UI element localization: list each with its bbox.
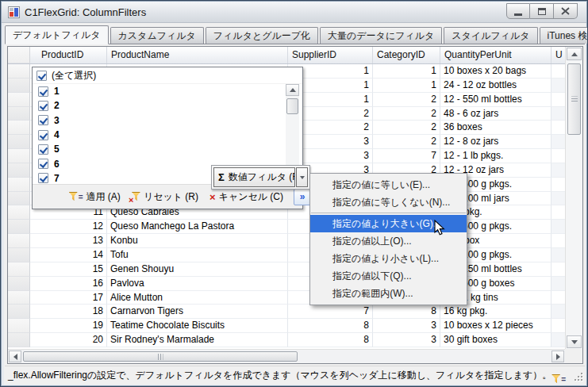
column-header-categoryid[interactable]: CategoryID — [373, 47, 440, 63]
cell-product-name[interactable]: Pavlova — [107, 277, 288, 291]
header-corner-cell[interactable] — [8, 47, 30, 63]
row-header-cell[interactable] — [8, 262, 30, 277]
vertical-scroll-thumb[interactable] — [567, 63, 581, 135]
column-header-productid[interactable]: ProductID — [30, 47, 107, 63]
filter-value-item[interactable]: 1 — [33, 84, 302, 98]
row-header-cell[interactable] — [8, 79, 30, 93]
tab-1[interactable]: カスタムフィルタ — [110, 27, 204, 44]
checkbox-checked-icon[interactable] — [38, 144, 48, 155]
cell-unitprice-clipped[interactable] — [551, 178, 565, 192]
reset-filter-button[interactable]: × リセット (R) — [132, 190, 198, 204]
cell-product-name[interactable]: Teatime Chocolate Biscuits — [107, 319, 288, 333]
cell-product-name[interactable]: Alice Mutton — [107, 291, 288, 305]
cell-quantity-per-unit[interactable]: 10 boxes x 12 pieces — [440, 319, 551, 333]
cell-supplier-id[interactable]: 8 — [288, 319, 373, 333]
cell-unitprice-clipped[interactable] — [551, 248, 565, 262]
cell-product-id[interactable]: 17 — [30, 291, 107, 305]
cell-category-id[interactable]: 3 — [373, 319, 440, 333]
checkbox-checked-icon[interactable] — [38, 115, 48, 125]
tab-5[interactable]: iTunes 検索 — [540, 27, 588, 44]
menu-item-7[interactable]: 指定の範囲内(W)... — [310, 285, 467, 302]
cell-product-id[interactable]: 20 — [30, 333, 107, 347]
cell-unitprice-clipped[interactable] — [551, 220, 565, 234]
cell-product-id[interactable]: 16 — [30, 277, 107, 291]
scroll-down-button[interactable] — [567, 335, 582, 348]
checkbox-checked-icon[interactable] — [38, 159, 48, 169]
cell-category-id[interactable]: 1 — [373, 64, 440, 79]
row-header-cell[interactable] — [8, 107, 30, 121]
column-header-quantityperunit[interactable]: QuantityPerUnit — [440, 47, 551, 63]
row-header-cell[interactable] — [8, 149, 30, 163]
menu-item-0[interactable]: 指定の値に等しい(E)... — [310, 176, 467, 194]
filter-value-item[interactable]: 5 — [33, 142, 302, 156]
tab-2[interactable]: フィルタとグループ化 — [206, 27, 318, 44]
close-button[interactable] — [554, 3, 578, 19]
cell-unitprice-clipped[interactable] — [551, 277, 565, 291]
column-header-unitprice-clipped[interactable]: U — [551, 47, 565, 63]
cell-product-name[interactable]: Konbu — [107, 234, 288, 248]
cell-unitprice-clipped[interactable] — [551, 93, 565, 107]
scroll-up-button[interactable] — [567, 48, 582, 60]
cell-unitprice-clipped[interactable] — [551, 135, 565, 149]
row-header-cell[interactable] — [8, 93, 30, 107]
cell-category-id[interactable]: 2 — [373, 135, 440, 149]
cell-unitprice-clipped[interactable] — [551, 64, 565, 79]
filter-value-item[interactable]: 3 — [33, 113, 302, 128]
cancel-filter-button[interactable]: × キャンセル (C) — [209, 190, 283, 204]
apply-filter-button[interactable]: = 適用 (A) — [69, 190, 121, 204]
cell-product-id[interactable]: 19 — [30, 319, 107, 333]
cell-product-id[interactable]: 14 — [30, 248, 107, 262]
row-header-cell[interactable] — [8, 135, 30, 149]
filter-value-item[interactable]: 2 — [33, 98, 302, 113]
tab-3[interactable]: 大量のデータにフィルタ — [320, 27, 442, 44]
title-bar[interactable]: C1FlexGrid: ColumnFilters — [2, 2, 586, 23]
row-header-cell[interactable] — [8, 220, 30, 234]
checkbox-checked-icon[interactable] — [38, 173, 48, 183]
cell-category-id[interactable]: 2 — [373, 93, 440, 107]
row-header-cell[interactable] — [8, 192, 30, 206]
filter-value-item[interactable]: 4 — [33, 128, 302, 142]
horizontal-scrollbar[interactable] — [8, 349, 565, 363]
filter-select-all-row[interactable]: (全て選択) — [33, 67, 302, 84]
cell-supplier-id[interactable]: 7 — [288, 305, 373, 319]
cell-quantity-per-unit[interactable]: 48 - 6 oz jars — [440, 107, 551, 121]
cell-category-id[interactable]: 8 — [373, 305, 440, 319]
cell-unitprice-clipped[interactable] — [551, 319, 565, 333]
cell-product-id[interactable]: 18 — [30, 305, 107, 319]
cell-product-name[interactable]: Tofu — [107, 248, 288, 262]
list-scroll-up-button[interactable] — [286, 84, 299, 96]
scroll-right-button[interactable] — [551, 351, 564, 362]
toolbar-overflow-button[interactable]: » — [294, 189, 311, 205]
cell-product-name[interactable]: Carnarvon Tigers — [107, 305, 288, 319]
cell-unitprice-clipped[interactable] — [551, 262, 565, 277]
cell-product-id[interactable]: 13 — [30, 234, 107, 248]
row-header-cell[interactable] — [8, 163, 30, 178]
cell-unitprice-clipped[interactable] — [551, 121, 565, 135]
row-header-cell[interactable] — [8, 291, 30, 305]
numeric-filter-button[interactable]: Σ 数値フィルタ (F) — [213, 167, 295, 187]
tab-0[interactable]: デフォルトフィルタ — [5, 25, 109, 44]
resize-grip[interactable] — [574, 372, 583, 381]
cell-unitprice-clipped[interactable] — [551, 107, 565, 121]
cell-unitprice-clipped[interactable] — [551, 163, 565, 178]
row-header-cell[interactable] — [8, 319, 30, 333]
cell-quantity-per-unit[interactable]: 12 - 1 lb pkgs. — [440, 149, 551, 163]
row-header-cell[interactable] — [8, 178, 30, 192]
minimize-button[interactable] — [506, 3, 530, 19]
cell-product-name[interactable]: Genen Shouyu — [107, 262, 288, 277]
cell-quantity-per-unit[interactable]: 12 - 550 ml bottles — [440, 93, 551, 107]
list-scroll-thumb[interactable] — [286, 98, 298, 114]
cell-quantity-per-unit[interactable]: 12 - 8 oz jars — [440, 135, 551, 149]
cell-quantity-per-unit[interactable]: 16 kg pkg. — [440, 305, 551, 319]
checkbox-checked-icon[interactable] — [38, 101, 48, 111]
cell-unitprice-clipped[interactable] — [551, 149, 565, 163]
cell-unitprice-clipped[interactable] — [551, 234, 565, 248]
row-header-cell[interactable] — [8, 234, 30, 248]
menu-item-6[interactable]: 指定の値以下(Q)... — [310, 267, 467, 285]
checkbox-checked-icon[interactable] — [37, 71, 47, 81]
row-header-cell[interactable] — [8, 305, 30, 319]
cell-category-id[interactable]: 3 — [373, 333, 440, 347]
cell-product-id[interactable]: 15 — [30, 262, 107, 277]
cell-supplier-id[interactable]: 8 — [288, 333, 373, 347]
cell-category-id[interactable]: 2 — [373, 121, 440, 135]
